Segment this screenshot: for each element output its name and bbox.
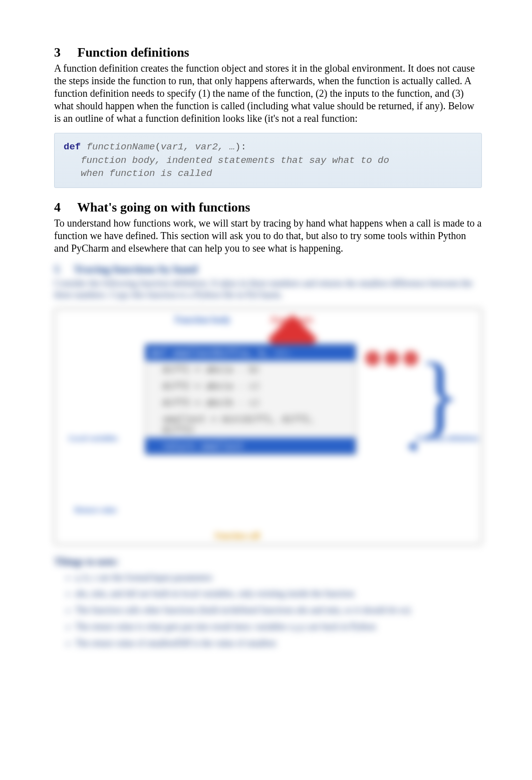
subsection-title: Tracing functions by hand	[74, 263, 197, 275]
section-3-number: 3	[54, 45, 74, 60]
diagram-call-label: Function call	[215, 531, 259, 540]
things-to-note-list: a, b, c are the formal/input parameters …	[54, 570, 482, 651]
diagram-bottom-left-label: Return value	[75, 506, 117, 514]
diagram-brace-icon: }	[418, 359, 461, 431]
code-body-line2: when function is called	[81, 168, 212, 179]
section-3-title: Function definitions	[78, 45, 189, 60]
diagram-line-1: diff1 = abs(a - b)	[145, 361, 356, 377]
section-4-paragraph: To understand how functions work, we wil…	[54, 217, 482, 255]
list-item: The function calls other functions (buil…	[75, 603, 482, 618]
things-to-note-heading: Things to note:	[54, 556, 482, 567]
section-4-title: What's going on with functions	[77, 200, 250, 215]
diagram-fn-header: def smallestDiff(a, b, c):	[145, 344, 356, 361]
diagram-line-4: smallest = min(diff1, diff2, diff3)	[145, 411, 356, 438]
section-4-number: 4	[54, 200, 74, 215]
diagram-line-3: diff3 = abs(b - c)	[145, 394, 356, 411]
section-3-paragraph: A function definition creates the functi…	[54, 62, 482, 125]
function-diagram: Function body Arguments def smallestDiff…	[54, 308, 482, 545]
section-3-heading: 3 Function definitions	[54, 45, 482, 60]
diagram-left-label: Local variables	[69, 434, 118, 443]
code-body-line1: function body, indented statements that …	[81, 155, 389, 166]
list-item: The return value of smallestDiff is the …	[75, 636, 482, 651]
list-item: abs, min, and def are built-in local var…	[75, 587, 482, 601]
diagram-arrow-icon	[407, 442, 416, 452]
code-block: def functionName(var1, var2, …): functio…	[54, 133, 482, 188]
subsection-paragraph: Consider the following function definiti…	[54, 278, 482, 301]
diagram-top-label: Function body	[175, 315, 231, 325]
subsection-number: 5	[54, 263, 71, 276]
code-fn-name: functionName	[87, 141, 155, 152]
list-item: The return value is what gets put into r…	[75, 620, 482, 634]
diagram-code-block: def smallestDiff(a, b, c): diff1 = abs(a…	[145, 344, 356, 455]
list-item: a, b, c are the formal/input parameters	[75, 570, 482, 585]
diagram-return-line: return smallest	[145, 438, 356, 454]
section-4-heading: 4 What's going on with functions	[54, 200, 482, 215]
code-params: var1, var2, …	[161, 141, 235, 152]
subsection-heading: 5 Tracing functions by hand	[54, 263, 482, 276]
diagram-line-2: diff2 = abs(a - c)	[145, 377, 356, 394]
diagram-red-dots	[365, 351, 418, 366]
code-keyword-def: def	[64, 141, 81, 152]
blurred-region: 5 Tracing functions by hand Consider the…	[54, 263, 482, 651]
